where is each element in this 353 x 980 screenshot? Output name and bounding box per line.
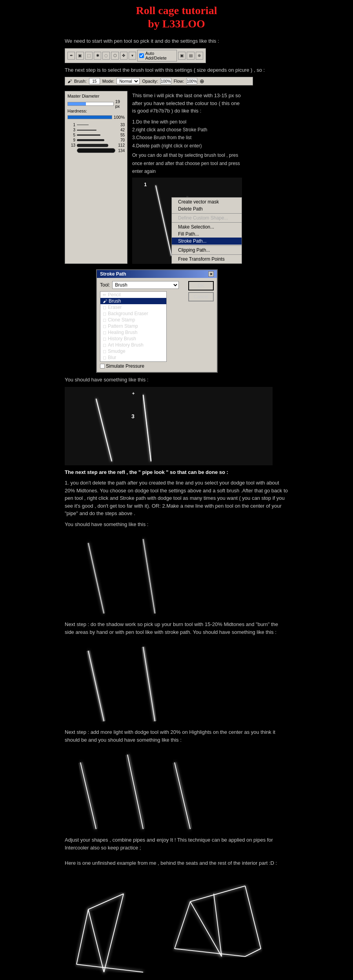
svg-line-15	[143, 647, 155, 721]
adjust-text: Adjust your shapes , combine pipes and e…	[65, 836, 288, 851]
dialog-body: Tool: Brush ✏ Pencil 🖌 Brush	[97, 278, 217, 372]
toolbar-btn-2[interactable]: ⬚	[85, 52, 93, 60]
next-step-text: The next step are the refl , the " pipe …	[65, 468, 288, 476]
svg-line-7	[88, 543, 104, 613]
ctx-make-selection[interactable]: Make Selection...	[172, 223, 242, 230]
hardness-label: Hardness:	[67, 109, 125, 113]
toolbar-btn-7[interactable]: ▾	[129, 52, 136, 60]
svg-line-30	[214, 894, 222, 956]
svg-line-9	[143, 539, 155, 613]
ctx-define-custom-shape[interactable]: Define Custom Shape...	[172, 214, 242, 221]
tool-art-history-brush[interactable]: ◻ Art History Brush	[100, 342, 166, 348]
pen-toolbar: ✒ ▣ ⬚ ✱ ◌ ⬡ ✤ ▾ Auto Add/Delete ▣ ▤ ⊕	[65, 48, 206, 63]
svg-line-17	[80, 762, 96, 829]
svg-line-23	[88, 894, 124, 909]
flow-input[interactable]	[186, 78, 197, 84]
ctx-create-vector-mask[interactable]: Create vector mask	[172, 198, 242, 205]
brush-panel: Master Diameter 19 px Hardness: 100% 133…	[65, 91, 127, 264]
tool-field: Tool: Brush	[100, 281, 185, 289]
svg-line-32	[245, 949, 261, 956]
toolbar-btn-4[interactable]: ◌	[102, 52, 110, 60]
result2-text: You should have something like this :	[65, 521, 288, 528]
toolbar-btn-1[interactable]: ▣	[76, 52, 84, 60]
tool-sharpen[interactable]: ◻ Sharpen	[100, 361, 166, 362]
airbrush-icon[interactable]: ⊕	[200, 78, 204, 84]
mode-select[interactable]: Normal	[116, 78, 140, 84]
page-title: Roll cage tutorial by L33LOO	[65, 4, 288, 30]
tool-blur[interactable]: ◻ Blur	[100, 354, 166, 361]
svg-line-24	[76, 964, 143, 972]
example-text: Here is one unfinished example from me ,…	[65, 859, 288, 867]
intro-text: We need to start with pen tool so pick i…	[65, 37, 288, 45]
stroke-path-dialog-container: Stroke Path ✕ Tool: Brush ✏ Pencil	[96, 269, 288, 373]
svg-line-21	[175, 762, 190, 829]
svg-line-27	[175, 902, 190, 949]
pen-tool-icon[interactable]: ✒	[67, 52, 75, 60]
tool-history-brush[interactable]: ◻ History Brush	[100, 336, 166, 342]
tool-clone-stamp[interactable]: ◻ Clone Stamp	[100, 317, 166, 323]
hardness-value: 100%	[114, 115, 125, 120]
svg-line-5	[143, 395, 151, 461]
tool-list[interactable]: ✏ Pencil 🖌 Brush ◻ Eraser ◻ Background E…	[100, 291, 167, 362]
svg-line-19	[127, 755, 143, 829]
svg-line-25	[88, 909, 104, 972]
brush-intro-text: The next step is to select the brush too…	[65, 66, 288, 74]
toolbar-btn-3[interactable]: ✱	[94, 52, 101, 60]
main-content-area: Master Diameter 19 px Hardness: 100% 133…	[65, 89, 288, 266]
result1-text: You should have something like this :	[65, 376, 288, 384]
ctx-fill-path[interactable]: Fill Path...	[172, 230, 242, 238]
toolbar-btn-6[interactable]: ✤	[120, 52, 127, 60]
next-step-detail: 1. you don't delete the path after you c…	[65, 479, 288, 517]
separator-3	[172, 245, 242, 246]
tool-select[interactable]: Brush	[112, 281, 179, 289]
toolbar-btn-8[interactable]: ▣	[178, 52, 186, 60]
ctx-clipping-path[interactable]: Clipping Path...	[172, 247, 242, 254]
brush-size-input[interactable]	[89, 78, 100, 84]
dialog-title: Stroke Path	[100, 271, 126, 277]
tool-brush[interactable]: 🖌 Brush	[100, 298, 166, 304]
tool-background-eraser[interactable]: ◻ Background Eraser	[100, 310, 166, 317]
auto-add-delete-checkbox[interactable]: Auto Add/Delete	[137, 50, 177, 62]
toolbar-btn-5[interactable]: ⬡	[111, 52, 118, 60]
svg-line-31	[245, 886, 261, 949]
shadow-canvas	[65, 639, 273, 725]
tool-pattern-stamp[interactable]: ◻ Pattern Stamp	[100, 323, 166, 329]
pipe-canvas-1	[65, 531, 273, 617]
diameter-slider[interactable]	[67, 102, 114, 106]
dialog-close-button[interactable]: ✕	[208, 271, 214, 277]
stroke-path-dialog: Stroke Path ✕ Tool: Brush ✏ Pencil	[96, 269, 218, 373]
shadow-step-text: Next step : do the shadow work so pick u…	[65, 621, 288, 636]
ctx-free-transform[interactable]: Free Transform Points	[172, 256, 242, 263]
flow-label: Flow:	[174, 79, 184, 83]
brush-label: Brush:	[74, 79, 87, 83]
svg-text:3: 3	[131, 413, 135, 419]
mode-label: Mode:	[102, 79, 115, 83]
steps-list: 1.Do the line with pen tool 2.right clic…	[132, 118, 242, 176]
simulate-pressure-label: Simulate Pressure	[106, 363, 144, 369]
simulate-pressure-checkbox[interactable]	[100, 364, 105, 368]
dialog-cancel-button[interactable]: Cancel	[188, 292, 214, 301]
ctx-stroke-path[interactable]: Stroke Path...	[172, 238, 242, 245]
opacity-input[interactable]	[160, 78, 171, 84]
dialog-buttons: OK Cancel	[188, 281, 214, 369]
tool-smudge[interactable]: ◻ Smudge	[100, 348, 166, 354]
svg-line-26	[104, 894, 124, 972]
dialog-content: Tool: Brush ✏ Pencil 🖌 Brush	[100, 281, 185, 369]
tool-label: Tool:	[100, 282, 110, 288]
light-step-text: Next step : add more light with dodge to…	[65, 728, 288, 744]
separator-1	[172, 213, 242, 214]
tool-pencil[interactable]: ✏ Pencil	[100, 292, 166, 298]
canvas-area-1: 1 2 Create vector mask	[132, 178, 242, 264]
ctx-delete-path[interactable]: Delete Path	[172, 205, 242, 212]
tool-eraser[interactable]: ◻ Eraser	[100, 304, 166, 310]
hardness-slider[interactable]	[67, 115, 112, 119]
dialog-ok-button[interactable]: OK	[188, 281, 214, 290]
toolbar-btn-10[interactable]: ⊕	[196, 52, 203, 60]
svg-line-22	[76, 909, 88, 964]
dialog-titlebar: Stroke Path ✕	[97, 270, 217, 278]
svg-line-33	[190, 902, 222, 956]
tool-healing-brush[interactable]: ◻ Healing Brush	[100, 329, 166, 336]
svg-line-3	[96, 399, 112, 461]
toolbar-btn-9[interactable]: ▤	[187, 52, 194, 60]
highlight-canvas	[65, 747, 273, 833]
